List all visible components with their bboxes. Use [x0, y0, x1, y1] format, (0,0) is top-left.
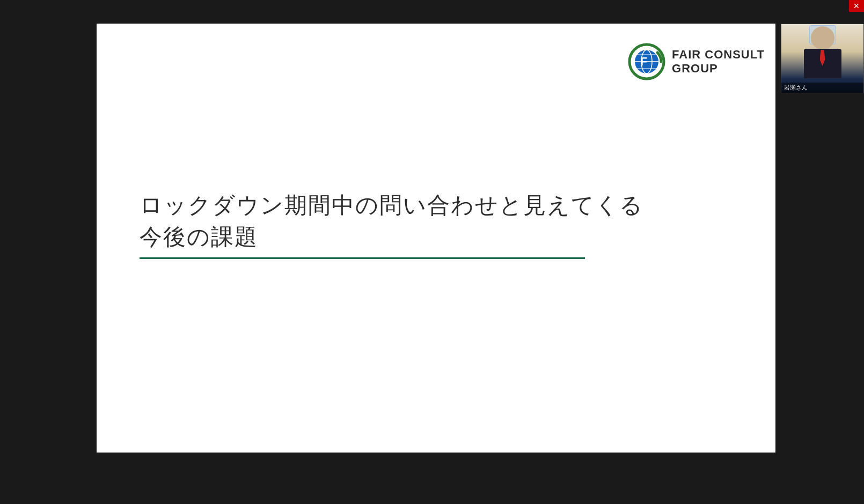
left-panel — [0, 24, 97, 485]
close-button[interactable]: ✕ — [849, 0, 864, 12]
slide-title: ロックダウン期間中の問い合わせと見えてくる 今後の課題 — [140, 190, 643, 253]
slide-title-area: ロックダウン期間中の問い合わせと見えてくる 今後の課題 — [140, 190, 643, 259]
person-head — [811, 26, 834, 50]
title-underline — [140, 257, 585, 259]
logo-line1: FAIR CONSULT — [672, 48, 765, 62]
webcam-overlay: 岩瀬さん — [781, 24, 864, 93]
bottom-panel — [97, 453, 775, 485]
company-logo: F FAIR CONSULT GROUP — [628, 43, 765, 80]
presentation-slide: F FAIR CONSULT GROUP ロックダウン期間中の問い合わせと見えて… — [97, 24, 775, 453]
logo-line2: GROUP — [672, 62, 765, 76]
taskbar — [0, 485, 864, 504]
slide-title-line1: ロックダウン期間中の問い合わせと見えてくる — [140, 192, 643, 218]
webcam-participant-label: 岩瀬さん — [781, 83, 863, 93]
logo-text: FAIR CONSULT GROUP — [672, 48, 765, 76]
slide-title-line2: 今後の課題 — [140, 224, 258, 249]
logo-icon: F — [628, 43, 665, 80]
svg-text:F: F — [640, 55, 647, 68]
